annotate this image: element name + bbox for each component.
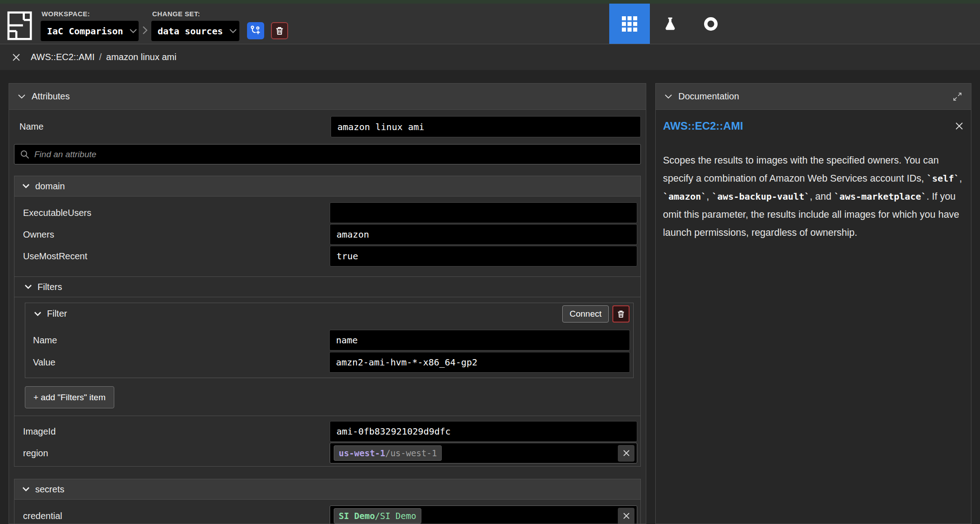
tab-lab-view[interactable]: [650, 4, 691, 44]
workspace-label: WORKSPACE:: [42, 10, 90, 18]
attribute-row-credential: credential SI Demo/SI Demo: [14, 505, 637, 524]
documentation-panel-title: Documentation: [678, 91, 739, 102]
view-switcher: [609, 4, 731, 44]
documentation-heading-row: AWS::EC2::AMI: [663, 120, 964, 132]
secrets-group: secrets credential SI Demo/SI Demo: [14, 479, 641, 524]
domain-group-title: domain: [35, 181, 65, 192]
chevron-down-icon: [25, 285, 32, 289]
git-branch-plus-icon: [250, 25, 261, 37]
tab-grid-view[interactable]: [609, 4, 650, 44]
breadcrumb-schema: AWS::EC2::AMI: [31, 52, 95, 62]
attribute-row-imageid: ImageId ami-0fb832921029d9dfc: [14, 421, 637, 442]
expand-icon[interactable]: [953, 92, 962, 101]
attribute-search: [14, 144, 641, 164]
documentation-body: AWS::EC2::AMI Scopes the results to imag…: [656, 120, 971, 242]
flask-icon: [662, 15, 678, 33]
region-value-chip: us-west-1/us-west-1: [334, 445, 442, 461]
name-label: Name: [14, 122, 331, 132]
chevron-down-icon: [130, 29, 137, 33]
system-initiative-logo-icon: [7, 9, 32, 42]
attribute-row-executableusers: ExecutableUsers: [14, 202, 637, 223]
filter-rows: Name name Value amzn2-ami-hvm-*-x86_64-g…: [25, 324, 633, 378]
search-icon: [20, 150, 30, 159]
region-input[interactable]: us-west-1/us-west-1: [330, 443, 637, 463]
delete-filter-button[interactable]: [612, 305, 630, 323]
filter-name-input[interactable]: name: [329, 330, 630, 351]
chevron-down-icon: [23, 184, 29, 188]
attributes-body: Name amazon linux ami domain ExecutableU…: [9, 116, 646, 524]
filter-item-title: Filter: [47, 309, 67, 319]
attributes-panel: Attributes Name amazon linux ami domain: [9, 83, 646, 524]
close-icon[interactable]: [955, 120, 964, 131]
workspace-value: IaC Comparison: [47, 26, 123, 37]
secrets-group-header[interactable]: secrets: [14, 479, 640, 500]
grid-icon: [620, 14, 639, 33]
domain-group-header[interactable]: domain: [14, 176, 640, 196]
component-name-input[interactable]: amazon linux ami: [331, 116, 641, 137]
executableusers-input[interactable]: [330, 202, 637, 223]
domain-rows: ExecutableUsers Owners amazon UseMostRec…: [14, 196, 640, 270]
attribute-row-filter-value: Value amzn2-ami-hvm-*-x86_64-gp2: [25, 352, 630, 373]
domain-tail-rows: ImageId ami-0fb832921029d9dfc region us-…: [14, 416, 640, 466]
imageid-input[interactable]: ami-0fb832921029d9dfc: [330, 421, 637, 442]
top-bar: WORKSPACE: IaC Comparison CHANGE SET: da…: [0, 4, 980, 44]
documentation-heading: AWS::EC2::AMI: [663, 120, 743, 132]
chevron-down-icon: [18, 94, 25, 99]
breadcrumb-component-name: amazon linux ami: [106, 52, 177, 62]
filter-item-header[interactable]: Filter Connect: [25, 303, 633, 324]
clear-region-button[interactable]: [618, 445, 635, 462]
chevron-right-icon: [142, 26, 148, 35]
trash-icon: [275, 26, 285, 36]
changeset-label: CHANGE SET:: [152, 10, 200, 18]
connect-button[interactable]: Connect: [562, 305, 609, 323]
close-icon: [623, 449, 630, 457]
domain-group: domain ExecutableUsers Owners amazon Use…: [14, 176, 641, 467]
attribute-row-region: region us-west-1/us-west-1: [14, 443, 637, 463]
workspace-dropdown[interactable]: IaC Comparison: [41, 21, 139, 41]
workspace-status-strip: [0, 0, 980, 4]
filters-section-title: Filters: [37, 282, 62, 292]
attribute-row-usemostrecent: UseMostRecent true: [14, 246, 637, 267]
changeset-value: data sources: [158, 26, 223, 37]
clear-credential-button[interactable]: [618, 508, 635, 524]
tab-review-view[interactable]: [691, 4, 731, 44]
filters-section-header[interactable]: Filters: [14, 276, 640, 297]
component-name-row: Name amazon linux ami: [14, 116, 641, 137]
credential-value-chip: SI Demo/SI Demo: [334, 508, 421, 524]
filter-value-input[interactable]: amzn2-ami-hvm-*-x86_64-gp2: [329, 352, 630, 373]
search-input[interactable]: [34, 150, 635, 159]
documentation-paragraph: Scopes the results to images with the sp…: [663, 151, 963, 242]
trash-icon: [616, 309, 625, 318]
breadcrumb-separator: /: [99, 52, 102, 62]
documentation-panel-header[interactable]: Documentation: [656, 84, 971, 110]
usemostrecent-input[interactable]: true: [330, 246, 637, 267]
filter-item-group: Filter Connect Name: [25, 303, 634, 378]
secrets-group-title: secrets: [35, 484, 64, 495]
credential-input[interactable]: SI Demo/SI Demo: [330, 505, 637, 524]
chevron-down-icon: [665, 94, 672, 99]
changeset-dropdown[interactable]: data sources: [151, 21, 239, 41]
create-change-set-button[interactable]: [247, 22, 264, 39]
close-icon[interactable]: [8, 49, 24, 66]
close-icon: [623, 512, 630, 519]
abandon-change-set-button[interactable]: [271, 22, 288, 39]
documentation-panel: Documentation AWS::EC2::AMI Scopes the r…: [655, 83, 971, 524]
secrets-rows: credential SI Demo/SI Demo: [14, 500, 640, 524]
attributes-panel-title: Attributes: [32, 91, 70, 102]
breadcrumb: AWS::EC2::AMI / amazon linux ami: [0, 44, 980, 70]
chevron-down-icon: [229, 29, 237, 33]
owners-input[interactable]: amazon: [330, 224, 637, 245]
chevron-down-icon: [34, 312, 41, 316]
attribute-row-owners: Owners amazon: [14, 224, 637, 245]
eye-ring-icon: [703, 16, 719, 32]
attribute-row-filter-name: Name name: [25, 330, 630, 351]
chevron-down-icon: [23, 487, 29, 491]
attributes-panel-header[interactable]: Attributes: [9, 84, 646, 110]
add-filters-item-button[interactable]: + add "Filters" item: [25, 386, 114, 408]
